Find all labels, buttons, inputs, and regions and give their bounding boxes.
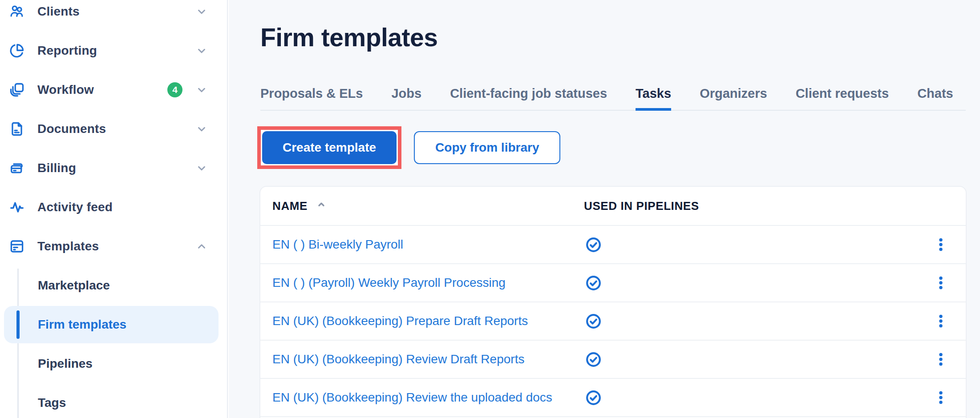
sidebar-item-firm-templates[interactable]: Firm templates [0,305,227,344]
tab-chats[interactable]: Chats [917,86,953,110]
sidebar-item-documents[interactable]: Documents [0,109,227,149]
check-circle-icon [585,313,602,330]
tab-tasks[interactable]: Tasks [636,86,671,110]
sidebar-item-marketplace[interactable]: Marketplace [0,266,227,305]
sidebar-item-label: Templates [37,239,99,253]
layers-icon [9,82,25,98]
sidebar-item-label: Workflow [37,83,94,97]
table-header-row: NAME USED IN PIPELINES [260,187,966,225]
kebab-menu-icon[interactable] [932,271,950,294]
template-link[interactable]: EN (UK) (Bookkeeping) Review the uploade… [272,390,552,404]
template-link[interactable]: EN ( ) Bi-weekly Payroll [272,237,403,251]
table-row: EN (UK) (Bookkeeping) Prepare Draft Repo… [260,301,966,340]
chevron-up-icon [196,241,207,252]
toolbar: Create template Copy from library [257,126,560,169]
check-circle-icon [585,237,602,253]
templates-submenu: Marketplace Firm templates Pipelines Tag… [0,266,227,418]
sidebar-item-label: Billing [37,161,76,175]
document-icon [9,121,25,137]
sidebar-item-pipelines[interactable]: Pipelines [0,344,227,383]
templates-table-card: NAME USED IN PIPELINES EN ( ) Bi-weekly … [259,186,967,418]
highlight-annotation-box: Create template [257,126,401,169]
chevron-down-icon [196,45,207,56]
chevron-down-icon [196,123,207,135]
copy-from-library-button[interactable]: Copy from library [414,131,560,164]
table-row-partial [260,416,966,418]
sidebar-item-templates[interactable]: Templates [0,227,227,266]
sidebar-item-label: Activity feed [37,200,113,214]
chevron-down-icon [196,84,207,96]
tab-client-requests[interactable]: Client requests [796,86,889,110]
main-content: Firm templates Proposals & ELs Jobs Clie… [229,0,980,418]
table-row: EN (UK) (Bookkeeping) Review Draft Repor… [260,340,966,378]
tab-client-facing-job-statuses[interactable]: Client-facing job statuses [450,86,607,110]
sidebar-nav: Clients Reporting Workflow 4 Documents [0,0,227,266]
sidebar-item-label: Reporting [37,44,97,58]
create-template-button[interactable]: Create template [262,131,397,164]
template-link[interactable]: EN ( ) (Payroll) Weekly Payroll Processi… [272,276,506,289]
kebab-menu-icon[interactable] [932,348,950,371]
chevron-down-icon [196,162,207,174]
column-header-pipelines: USED IN PIPELINES [584,199,699,213]
check-circle-icon [585,390,602,406]
sidebar-item-billing[interactable]: Billing [0,149,227,188]
check-circle-icon [585,275,602,291]
sidebar-item-workflow[interactable]: Workflow 4 [0,70,227,109]
sidebar-item-activity-feed[interactable]: Activity feed [0,188,227,227]
table-row: EN ( ) (Payroll) Weekly Payroll Processi… [260,263,966,301]
kebab-menu-icon[interactable] [932,309,950,333]
tab-jobs[interactable]: Jobs [391,86,421,110]
card-icon [9,160,25,176]
chevron-down-icon [196,6,207,17]
sidebar-item-tags[interactable]: Tags [0,383,227,418]
app-window: Clients Reporting Workflow 4 Documents [0,0,980,418]
pulse-icon [9,199,25,215]
tab-proposals-els[interactable]: Proposals & ELs [260,86,363,110]
table-row: EN (UK) (Bookkeeping) Review the uploade… [260,378,966,416]
template-link[interactable]: EN (UK) (Bookkeeping) Prepare Draft Repo… [272,314,528,328]
column-header-name[interactable]: NAME [272,199,584,213]
sidebar-item-clients[interactable]: Clients [0,0,227,31]
tab-bar: Proposals & ELs Jobs Client-facing job s… [260,86,966,111]
sidebar: Clients Reporting Workflow 4 Documents [0,0,228,418]
users-icon [9,4,25,20]
sidebar-item-label: Clients [37,4,80,19]
page-title: Firm templates [260,23,437,52]
pie-chart-icon [9,43,25,59]
sidebar-item-label: Documents [37,122,106,136]
template-icon [9,238,25,254]
table-row: EN ( ) Bi-weekly Payroll [260,225,966,263]
workflow-count-badge: 4 [167,82,182,97]
check-circle-icon [585,351,602,368]
kebab-menu-icon[interactable] [932,233,950,256]
tab-organizers[interactable]: Organizers [700,86,767,110]
template-link[interactable]: EN (UK) (Bookkeeping) Review Draft Repor… [272,352,524,366]
sidebar-item-reporting[interactable]: Reporting [0,31,227,70]
kebab-menu-icon[interactable] [932,386,950,409]
sort-asc-icon [316,200,326,209]
